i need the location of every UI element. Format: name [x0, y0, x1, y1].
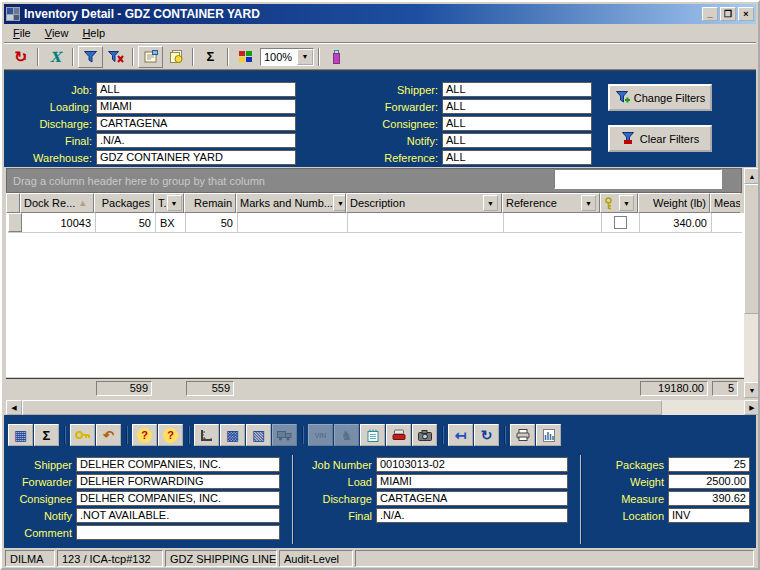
- filter-button[interactable]: [78, 46, 103, 68]
- final-detail-label: Final: [298, 510, 376, 522]
- row-selector[interactable]: [8, 213, 22, 232]
- refresh-detail-button[interactable]: ↻: [474, 424, 499, 446]
- change-filters-button[interactable]: Change Filters: [608, 84, 712, 111]
- zoom-dropdown-button[interactable]: ▼: [297, 49, 313, 65]
- shipper-field[interactable]: DELHER COMPANIES, INC.: [76, 457, 280, 472]
- cell-measure[interactable]: [712, 213, 742, 232]
- header-packages[interactable]: Packages: [94, 193, 154, 213]
- header-marks[interactable]: Marks and Numb...▼: [236, 193, 346, 213]
- location-field[interactable]: INV: [668, 508, 750, 523]
- weight-field[interactable]: 2500.00: [668, 474, 750, 489]
- scroll-right-button[interactable]: ▶: [744, 400, 760, 415]
- comment-field[interactable]: [76, 525, 280, 540]
- forwarder-field[interactable]: DELHER FORWARDING: [76, 474, 280, 489]
- marks-filter-dropdown[interactable]: ▼: [333, 195, 346, 211]
- clear-filters-button[interactable]: Clear Filters: [608, 125, 712, 152]
- discharge-field[interactable]: CARTAGENA: [96, 116, 296, 131]
- cell-packages[interactable]: 50: [96, 213, 156, 232]
- maximize-icon: ❐: [724, 10, 732, 19]
- description-filter-dropdown[interactable]: ▼: [483, 195, 498, 211]
- cell-type[interactable]: BX: [156, 213, 186, 232]
- key-button[interactable]: [70, 424, 95, 446]
- cell-description[interactable]: [348, 213, 504, 232]
- camera-button[interactable]: [412, 424, 437, 446]
- chart-preview-button[interactable]: ▧: [246, 424, 271, 446]
- print-stack-button[interactable]: [386, 424, 411, 446]
- flag-filter-dropdown[interactable]: ▼: [619, 195, 634, 211]
- discharge-detail-field[interactable]: CARTAGENA: [376, 491, 568, 506]
- copy-sheets-button[interactable]: [163, 46, 188, 68]
- warehouse-field[interactable]: GDZ CONTAINER YARD: [96, 150, 296, 165]
- menu-file[interactable]: File: [6, 25, 38, 41]
- zoom-combobox[interactable]: 100% ▼: [260, 48, 314, 66]
- load-field[interactable]: MIAMI: [376, 474, 568, 489]
- notify-filter-field[interactable]: ALL: [442, 133, 592, 148]
- vertical-scroll-thumb[interactable]: [744, 184, 760, 314]
- cell-flag[interactable]: [602, 213, 640, 232]
- horizontal-scroll-track[interactable]: [662, 400, 744, 415]
- ruler-button[interactable]: [194, 424, 219, 446]
- job-field[interactable]: ALL: [96, 82, 296, 97]
- measure-field[interactable]: 390.62: [668, 491, 750, 506]
- menu-view[interactable]: View: [38, 25, 76, 41]
- shipper-filter-field[interactable]: ALL: [442, 82, 592, 97]
- remain-total: 559: [186, 381, 234, 396]
- packages-field[interactable]: 25: [668, 457, 750, 472]
- header-remain[interactable]: Remain: [184, 193, 236, 213]
- cell-reference[interactable]: [504, 213, 602, 232]
- job-number-field[interactable]: 00103013-02: [376, 457, 568, 472]
- color-grid-button[interactable]: [233, 46, 258, 68]
- maximize-button[interactable]: ❐: [720, 7, 736, 21]
- horizontal-scroll-thumb[interactable]: [22, 400, 662, 415]
- help-button[interactable]: ?: [132, 424, 157, 446]
- loading-field[interactable]: MIAMI: [96, 99, 296, 114]
- properties-button[interactable]: [138, 46, 163, 68]
- vertical-scrollbar[interactable]: ▲ ▼: [744, 168, 760, 398]
- horizontal-scrollbar[interactable]: ◀ ▶: [6, 400, 760, 415]
- scroll-down-button[interactable]: ▼: [744, 382, 760, 398]
- summary-button[interactable]: Σ: [34, 424, 59, 446]
- layout-blocks-button[interactable]: ▩: [220, 424, 245, 446]
- clear-filter-button[interactable]: [103, 46, 128, 68]
- grid-search-input[interactable]: [554, 169, 722, 189]
- scroll-up-button[interactable]: ▲: [744, 168, 760, 184]
- header-flag[interactable]: ▼: [600, 193, 638, 213]
- header-dock-receipt[interactable]: Dock Re...▲: [20, 193, 94, 213]
- export-excel-button[interactable]: X: [43, 46, 68, 68]
- marker-button[interactable]: [324, 46, 349, 68]
- minimize-button[interactable]: _: [702, 7, 718, 21]
- notepad-button[interactable]: [360, 424, 385, 446]
- final-field[interactable]: .N/A.: [96, 133, 296, 148]
- close-button[interactable]: ×: [738, 7, 754, 21]
- header-weight-label: Weight (lb): [653, 197, 706, 209]
- refresh-button[interactable]: ↻!: [8, 46, 33, 68]
- forwarder-filter-field[interactable]: ALL: [442, 99, 592, 114]
- grid-view-button[interactable]: ▦: [8, 424, 33, 446]
- type-filter-dropdown[interactable]: ▼: [167, 195, 182, 211]
- consignee-field[interactable]: DELHER COMPANIES, INC.: [76, 491, 280, 506]
- summary-button[interactable]: Σ: [198, 46, 223, 68]
- header-type[interactable]: T.▼: [154, 193, 184, 213]
- final-detail-field[interactable]: .N/A.: [376, 508, 568, 523]
- cell-remain[interactable]: 50: [186, 213, 238, 232]
- cell-weight[interactable]: 340.00: [640, 213, 712, 232]
- cell-dock[interactable]: 10043: [22, 213, 96, 232]
- reference-filter-field[interactable]: ALL: [442, 150, 592, 165]
- header-description[interactable]: Description▼: [346, 193, 502, 213]
- header-weight[interactable]: Weight (lb): [638, 193, 710, 213]
- header-measure[interactable]: Measu: [710, 193, 740, 213]
- consignee-filter-field[interactable]: ALL: [442, 116, 592, 131]
- header-reference[interactable]: Reference▼: [502, 193, 600, 213]
- edit-undo-button[interactable]: ↶: [96, 424, 121, 446]
- cell-marks[interactable]: [238, 213, 348, 232]
- table-row[interactable]: 10043 50 BX 50 340.00: [8, 213, 742, 233]
- flag-checkbox[interactable]: [614, 216, 627, 229]
- help-alt-button[interactable]: ?: [158, 424, 183, 446]
- report-button[interactable]: [536, 424, 561, 446]
- print-button[interactable]: [510, 424, 535, 446]
- move-left-button[interactable]: ↤: [448, 424, 473, 446]
- notify-field[interactable]: .NOT AVAILABLE.: [76, 508, 280, 523]
- scroll-left-button[interactable]: ◀: [6, 400, 22, 415]
- menu-help[interactable]: Help: [75, 25, 112, 41]
- reference-filter-dropdown[interactable]: ▼: [581, 195, 596, 211]
